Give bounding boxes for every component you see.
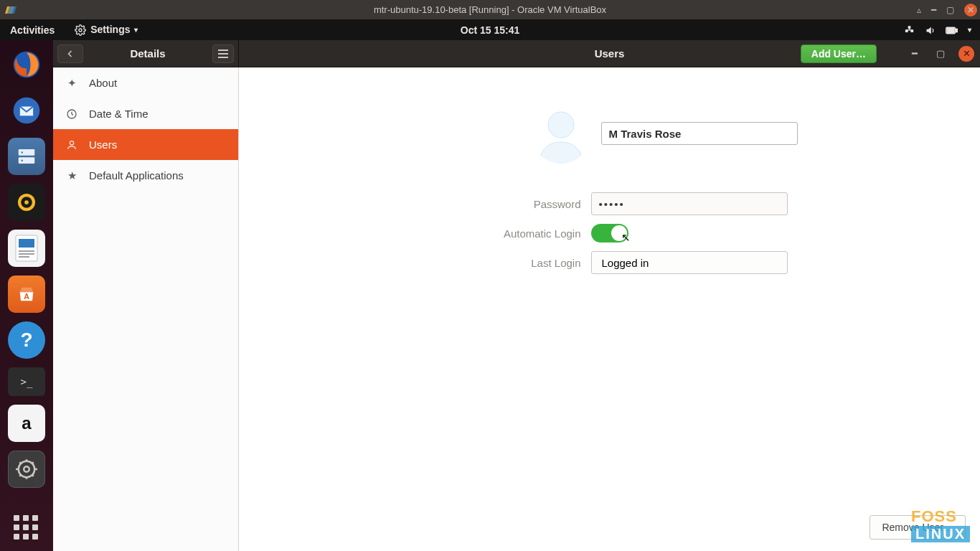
svg-point-28 [548, 112, 574, 138]
remove-user-button[interactable]: Remove User… [870, 515, 966, 540]
svg-point-27 [70, 141, 73, 144]
clock-icon [65, 108, 79, 120]
show-applications-button[interactable] [14, 515, 39, 541]
dock-ubuntu-software[interactable]: A [8, 276, 45, 313]
svg-rect-7 [956, 29, 957, 32]
window-minimize-button[interactable]: ━ [907, 46, 923, 62]
dock-firefox[interactable] [8, 46, 45, 83]
virtualbox-minimize-button[interactable]: ━ [931, 5, 936, 15]
window-maximize-button[interactable]: ▢ [933, 46, 948, 62]
sidebar-item-users[interactable]: Users [53, 129, 238, 160]
dock-help[interactable]: ? [8, 321, 45, 359]
virtualbox-logo-icon [4, 4, 17, 17]
virtualbox-close-button[interactable]: ✕ [964, 4, 977, 17]
sidebar-item-about[interactable]: ✦ About [53, 67, 238, 98]
last-login-value: Logged in [591, 251, 788, 274]
settings-window: Details Users Add User… ━ ▢ ✕ ✦ About [53, 40, 980, 551]
svg-rect-5 [908, 26, 911, 29]
settings-headerbar: Details Users Add User… ━ ▢ ✕ [53, 40, 980, 67]
svg-rect-8 [947, 28, 954, 32]
back-button[interactable] [57, 44, 83, 63]
svg-point-2 [79, 29, 82, 32]
volume-icon[interactable] [925, 24, 936, 35]
hamburger-menu-button[interactable] [212, 44, 234, 63]
user-avatar[interactable] [531, 103, 591, 164]
user-icon [65, 139, 79, 151]
virtualbox-window-controls: ▵ ━ ▢ ✕ [917, 4, 977, 17]
virtualbox-maximize-button[interactable]: ▢ [946, 5, 954, 15]
sidebar-item-label: Default Applications [89, 169, 184, 182]
svg-text:A: A [24, 292, 29, 301]
star-icon: ★ [65, 169, 79, 182]
app-menu[interactable]: Settings ▾ [75, 24, 138, 36]
activities-button[interactable]: Activities [10, 24, 55, 36]
password-field[interactable]: ••••• [591, 192, 788, 215]
dock-thunderbird[interactable] [8, 92, 45, 129]
automatic-login-label: Automatic Login [352, 227, 591, 240]
svg-rect-22 [19, 256, 29, 258]
svg-point-13 [22, 151, 24, 154]
details-sidebar: ✦ About Date & Time Users ★ Default Appl… [53, 67, 239, 551]
dock-files[interactable] [8, 138, 45, 175]
clock[interactable]: Oct 15 15:41 [461, 24, 520, 36]
app-menu-label: Settings [90, 24, 130, 35]
sidebar-item-default-apps[interactable]: ★ Default Applications [53, 160, 238, 191]
svg-point-14 [22, 159, 24, 161]
password-label: Password [352, 198, 591, 210]
sidebar-title: Details [83, 47, 212, 60]
svg-rect-12 [19, 157, 35, 164]
dock-settings[interactable] [8, 451, 45, 488]
dock-rhythmbox[interactable] [8, 184, 45, 221]
last-login-label: Last Login [352, 257, 591, 269]
dock-libreoffice-writer[interactable] [8, 230, 45, 267]
svg-point-17 [24, 200, 29, 204]
sidebar-item-label: Date & Time [89, 108, 149, 120]
network-icon[interactable] [904, 24, 915, 35]
dock: A ? >_ a [0, 40, 53, 551]
virtualbox-title: mtr-ubuntu-19.10-beta [Running] - Oracle… [374, 4, 606, 15]
dock-terminal[interactable]: >_ [8, 367, 45, 396]
chevron-down-icon[interactable]: ▾ [968, 26, 971, 34]
svg-rect-21 [19, 253, 34, 255]
chevron-down-icon: ▾ [134, 26, 138, 34]
add-user-button[interactable]: Add User… [801, 44, 877, 63]
svg-rect-20 [19, 250, 34, 252]
dock-amazon[interactable]: a [8, 405, 45, 442]
virtualbox-always-on-top-icon[interactable]: ▵ [917, 5, 921, 15]
sidebar-item-label: About [89, 77, 117, 89]
user-name-input[interactable] [601, 122, 798, 145]
sidebar-item-label: Users [89, 138, 117, 151]
virtualbox-titlebar: mtr-ubuntu-19.10-beta [Running] - Oracle… [0, 0, 980, 19]
svg-rect-19 [19, 239, 34, 248]
window-close-button[interactable]: ✕ [958, 46, 974, 62]
about-icon: ✦ [65, 77, 79, 90]
gnome-top-bar: Activities Settings ▾ Oct 15 15:41 ▾ [0, 19, 980, 40]
settings-gear-icon [75, 24, 86, 36]
automatic-login-toggle[interactable] [591, 224, 628, 242]
battery-icon[interactable] [946, 24, 958, 35]
svg-rect-11 [19, 149, 35, 156]
system-tray[interactable]: ▾ [904, 24, 971, 35]
svg-point-24 [24, 466, 29, 472]
users-panel: Password ••••• Automatic Login ↖ Last Lo… [239, 67, 980, 551]
sidebar-item-datetime[interactable]: Date & Time [53, 98, 238, 129]
